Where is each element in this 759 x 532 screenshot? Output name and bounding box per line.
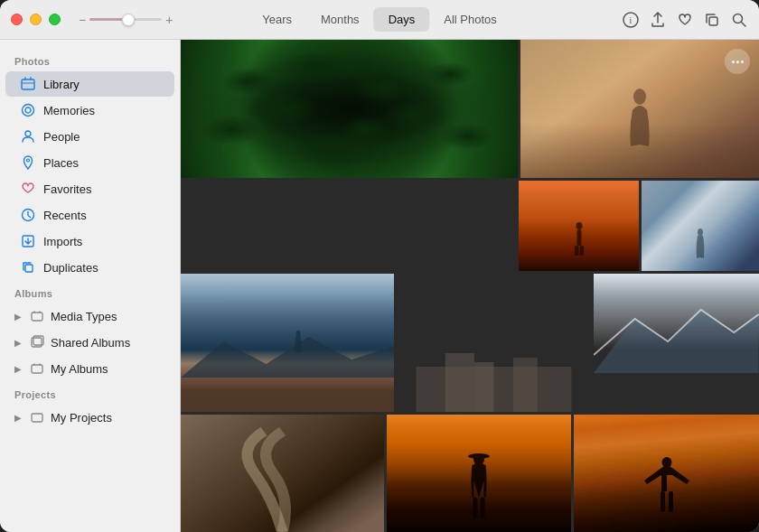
chevron-right-icon3: ▶ — [14, 364, 22, 374]
photo-castle[interactable] — [397, 274, 591, 412]
zoom-minus-icon[interactable]: − — [79, 14, 86, 26]
zoom-slider-container: − + — [79, 14, 173, 26]
sidebar-group-my-projects-label: My Projects — [51, 411, 112, 425]
sidebar-group-my-projects[interactable]: ▶ My Projects — [5, 405, 174, 430]
svg-rect-34 — [669, 491, 673, 512]
media-types-icon — [29, 308, 45, 324]
memories-icon — [20, 102, 36, 118]
svg-point-29 — [468, 453, 490, 459]
svg-point-18 — [576, 222, 582, 229]
more-options-button[interactable] — [725, 49, 750, 74]
favorites-icon — [20, 181, 36, 197]
photo-row-1b — [181, 181, 759, 271]
svg-point-17 — [633, 89, 646, 105]
share-icon[interactable] — [649, 11, 667, 29]
sidebar-group-media-types-label: Media Types — [51, 310, 117, 323]
svg-rect-30 — [473, 498, 478, 518]
photo-winding-road[interactable] — [181, 415, 384, 532]
sidebar-item-duplicates-label: Duplicates — [43, 261, 98, 275]
shared-albums-icon — [29, 334, 45, 350]
sidebar-item-people-label: People — [43, 130, 80, 144]
favorite-icon[interactable] — [676, 11, 694, 29]
chevron-right-icon: ▶ — [14, 312, 22, 322]
tab-bar: Years Months Days All Photos — [248, 7, 511, 32]
svg-point-22 — [698, 229, 703, 236]
sidebar-item-duplicates[interactable]: Duplicates — [5, 255, 174, 280]
chevron-right-icon2: ▶ — [14, 338, 22, 348]
zoom-controls: − + — [79, 14, 173, 26]
sidebar-group-media-types[interactable]: ▶ Media Types — [5, 303, 174, 329]
svg-point-7 — [25, 131, 31, 136]
sidebar-item-library[interactable]: Library — [5, 71, 174, 97]
window: − + Years Months Days All Photos i — [0, 0, 759, 532]
photo-row-2 — [181, 274, 759, 412]
traffic-lights — [11, 14, 61, 25]
zoom-plus-icon[interactable]: + — [165, 14, 173, 26]
svg-point-5 — [23, 105, 34, 117]
duplicate-icon[interactable] — [703, 11, 721, 29]
svg-rect-27 — [474, 362, 493, 412]
info-icon[interactable]: i — [622, 11, 640, 29]
close-button[interactable] — [11, 14, 23, 25]
sidebar: Photos Library — [0, 40, 181, 532]
photo-mountains-lake[interactable] — [181, 274, 394, 412]
svg-rect-19 — [576, 229, 581, 246]
duplicates-icon — [20, 259, 36, 275]
svg-rect-2 — [709, 17, 717, 25]
photo-cliff-woman[interactable] — [642, 181, 759, 271]
sidebar-item-favorites[interactable]: Favorites — [5, 176, 174, 201]
zoom-slider[interactable] — [89, 18, 162, 21]
svg-rect-12 — [32, 313, 42, 321]
sidebar-item-imports-label: Imports — [43, 235, 82, 248]
sidebar-item-places-label: Places — [43, 156, 79, 170]
photo-sunset-couple[interactable] — [519, 181, 639, 271]
svg-rect-15 — [32, 365, 42, 373]
sidebar-item-recents-label: Recents — [43, 209, 87, 222]
tab-days[interactable]: Days — [374, 7, 430, 32]
svg-rect-4 — [22, 79, 34, 89]
titlebar: − + Years Months Days All Photos i — [0, 0, 759, 40]
sidebar-section-albums: Albums — [0, 281, 180, 303]
sidebar-item-imports[interactable]: Imports — [5, 229, 174, 254]
sidebar-item-people[interactable]: People — [5, 124, 174, 149]
sidebar-item-places[interactable]: Places — [5, 150, 174, 175]
svg-rect-31 — [481, 498, 485, 518]
sidebar-item-memories[interactable]: Memories — [5, 98, 174, 123]
search-icon[interactable] — [730, 11, 748, 29]
photo-woman-arms-spread[interactable] — [574, 415, 759, 532]
tab-all-photos[interactable]: All Photos — [429, 7, 511, 32]
svg-text:i: i — [630, 15, 632, 25]
library-icon — [20, 76, 36, 92]
tab-months[interactable]: Months — [306, 7, 374, 32]
photos-content — [181, 40, 759, 532]
svg-rect-20 — [575, 246, 579, 256]
photo-woman-sunset[interactable] — [387, 415, 572, 532]
svg-rect-16 — [32, 414, 42, 422]
places-icon — [20, 154, 36, 171]
photo-girl[interactable] — [520, 40, 759, 178]
photo-row-1 — [181, 40, 759, 178]
tab-years[interactable]: Years — [248, 7, 306, 32]
sidebar-group-shared-albums[interactable]: ▶ Shared Albums — [5, 330, 174, 355]
sidebar-item-library-label: Library — [43, 78, 80, 91]
sidebar-group-shared-albums-label: Shared Albums — [51, 336, 130, 350]
sidebar-item-favorites-label: Favorites — [43, 182, 91, 196]
imports-icon — [20, 233, 36, 249]
my-projects-icon — [29, 409, 45, 425]
svg-rect-26 — [513, 358, 538, 412]
maximize-button[interactable] — [49, 14, 61, 25]
my-albums-icon — [29, 360, 45, 377]
titlebar-actions: i — [622, 11, 748, 29]
sidebar-item-recents[interactable]: Recents — [5, 202, 174, 228]
svg-rect-21 — [579, 246, 584, 256]
photo-snowy-mountains[interactable] — [594, 274, 759, 412]
chevron-right-icon4: ▶ — [14, 413, 22, 423]
main-layout: Photos Library — [0, 40, 759, 532]
recents-icon — [20, 207, 36, 223]
svg-rect-11 — [25, 265, 33, 272]
sidebar-group-my-albums[interactable]: ▶ My Albums — [5, 356, 174, 381]
minimize-button[interactable] — [30, 14, 42, 25]
svg-rect-33 — [661, 491, 665, 512]
photo-forest-spacer — [181, 181, 516, 271]
photo-forest[interactable] — [181, 40, 518, 178]
